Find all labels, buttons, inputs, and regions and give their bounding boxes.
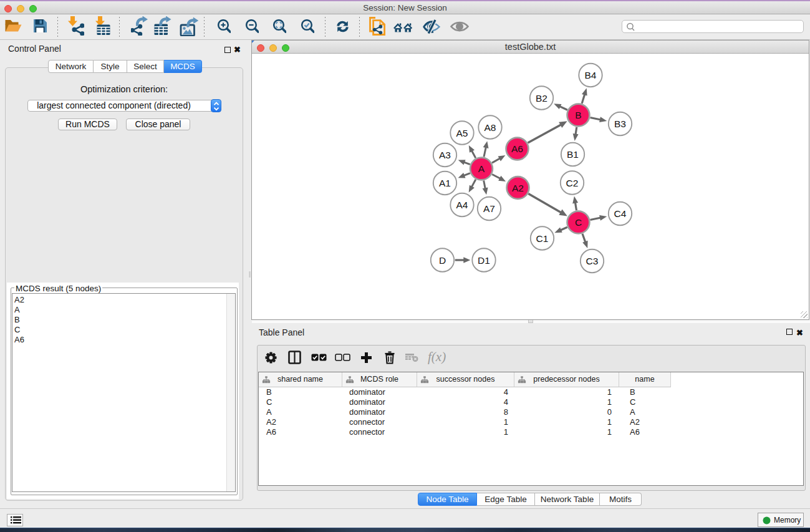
- svg-text:A8: A8: [485, 122, 496, 133]
- svg-text:B1: B1: [567, 149, 579, 160]
- svg-text:A6: A6: [511, 143, 523, 154]
- svg-text:A7: A7: [483, 203, 495, 214]
- svg-text:B3: B3: [614, 118, 626, 129]
- svg-text:A1: A1: [439, 178, 451, 188]
- svg-text:D1: D1: [478, 255, 490, 266]
- svg-text:B4: B4: [585, 70, 597, 80]
- svg-text:C3: C3: [586, 256, 599, 266]
- svg-text:A2: A2: [512, 183, 524, 193]
- svg-text:B2: B2: [536, 93, 547, 104]
- svg-text:A3: A3: [439, 150, 451, 160]
- svg-text:A: A: [478, 163, 485, 174]
- svg-text:C: C: [575, 217, 582, 228]
- svg-text:C4: C4: [614, 208, 627, 219]
- svg-text:D: D: [439, 255, 446, 266]
- svg-text:A4: A4: [456, 200, 468, 210]
- svg-text:A5: A5: [456, 128, 468, 138]
- svg-text:B: B: [575, 110, 581, 120]
- svg-text:C1: C1: [536, 233, 549, 244]
- svg-text:C2: C2: [566, 178, 579, 188]
